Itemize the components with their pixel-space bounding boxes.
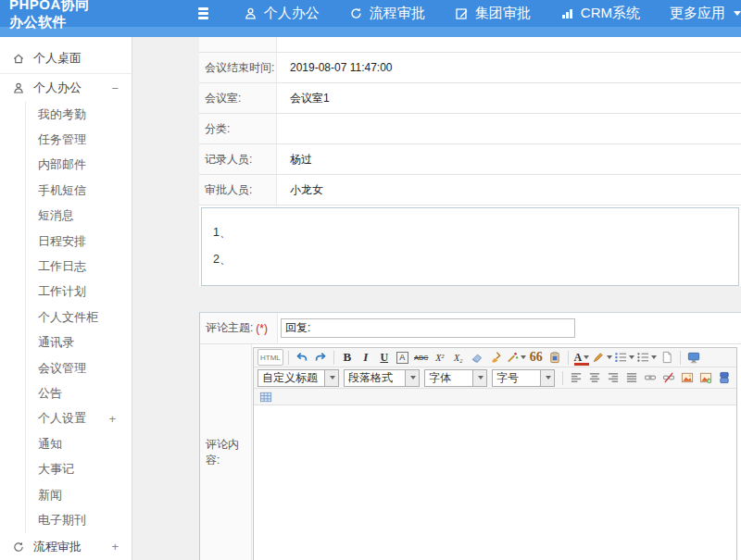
monitor-icon xyxy=(687,351,700,364)
autotypeset-button[interactable] xyxy=(506,349,526,366)
html-source-button[interactable]: HTML xyxy=(257,349,283,366)
bold-button[interactable]: B xyxy=(339,349,356,366)
insert-image-button[interactable] xyxy=(679,369,696,386)
dropdown-caret xyxy=(410,376,416,380)
toolbar-separator xyxy=(562,371,563,385)
sidebar-item-news[interactable]: 新闻 xyxy=(26,482,132,507)
cycle-icon xyxy=(12,541,25,554)
field-label: 会议结束时间: xyxy=(199,53,277,82)
upload-image-button[interactable] xyxy=(697,369,714,386)
sidebar-item-work-plan[interactable]: 工作计划 xyxy=(26,280,132,305)
section-divider xyxy=(199,286,741,312)
content-line: 1、 xyxy=(213,219,738,246)
sidebar-item-schedule[interactable]: 日程安排 xyxy=(26,229,132,254)
sidebar-item-personal-settings[interactable]: 个人设置+ xyxy=(26,406,132,431)
comment-content-row: 评论内容: HTML B I U A ABC X² xyxy=(200,344,741,560)
unlink-button[interactable] xyxy=(660,369,677,386)
unlink-icon xyxy=(662,371,675,384)
nav-crm-system[interactable]: CRM系统 xyxy=(560,5,640,22)
sidebar-item-file-cabinet[interactable]: 个人文件柜 xyxy=(26,305,132,330)
sidebar-item-notice[interactable]: 通知 xyxy=(26,431,132,456)
sidebar-item-tasks[interactable]: 任务管理 xyxy=(26,127,132,152)
sidebar-item-memorabilia[interactable]: 大事记 xyxy=(26,456,132,481)
nav-workflow-approval[interactable]: 流程审批 xyxy=(349,5,425,22)
subscript-button[interactable]: X₂ xyxy=(450,349,467,366)
toolbar-separator xyxy=(568,351,569,365)
justify-button[interactable] xyxy=(623,369,640,386)
editor-toolbar-row-2: 自定义标题 段落格式 字体 字号 xyxy=(254,367,736,389)
sidebar-item-personal-office[interactable]: 个人办公 − xyxy=(0,74,132,102)
undo-button[interactable] xyxy=(294,349,310,366)
nav-more-apps[interactable]: 更多应用 xyxy=(670,5,741,22)
redo-button[interactable] xyxy=(312,349,329,366)
brush-icon xyxy=(489,351,502,364)
sidebar-item-e-journal[interactable]: 电子期刊 xyxy=(26,507,132,532)
editor-content-area[interactable] xyxy=(254,405,736,560)
chevron-down-icon xyxy=(734,11,741,16)
collapse-toggle[interactable]: − xyxy=(111,81,119,95)
paragraph-format-select[interactable]: 段落格式 xyxy=(344,369,420,387)
sidebar-item-workflow-approval[interactable]: 流程审批 + xyxy=(0,533,132,560)
highlight-button[interactable] xyxy=(592,349,612,366)
comment-subject-input[interactable] xyxy=(281,318,575,338)
font-size-select[interactable]: 字号 xyxy=(492,369,555,387)
ordered-list-button[interactable] xyxy=(614,349,634,366)
nav-personal-office[interactable]: 个人办公 xyxy=(244,5,320,22)
align-left-button[interactable] xyxy=(568,369,584,386)
sidebar-item-attendance[interactable]: 我的考勤 xyxy=(26,102,132,127)
hamburger-menu-icon[interactable] xyxy=(198,6,208,22)
comment-section: 评论主题: (*) 评论内容: HTML B xyxy=(199,312,741,560)
link-button[interactable] xyxy=(642,369,659,386)
dropdown-caret xyxy=(546,376,551,380)
sidebar-item-desktop[interactable]: 个人桌面 xyxy=(0,44,132,74)
char-border-button[interactable]: A xyxy=(395,349,411,366)
new-page-button[interactable] xyxy=(659,349,675,366)
app-title: PHPOA协同办公软件 xyxy=(9,0,98,31)
field-label: 审批人员: xyxy=(199,175,277,205)
media-icon xyxy=(718,371,731,384)
table-icon xyxy=(259,391,272,404)
sidebar-item-announcement[interactable]: 公告 xyxy=(26,380,132,405)
marker-pen-icon xyxy=(592,351,605,364)
dropdown-caret xyxy=(521,355,526,359)
insert-table-button[interactable] xyxy=(257,389,274,405)
italic-button[interactable]: I xyxy=(358,349,374,366)
sidebar-item-sms[interactable]: 手机短信 xyxy=(26,178,132,203)
unordered-list-button[interactable] xyxy=(636,349,657,366)
field-value: 杨过 xyxy=(277,144,741,174)
expand-toggle[interactable]: + xyxy=(111,540,119,554)
blockquote-button[interactable]: 66 xyxy=(528,349,545,366)
expand-toggle[interactable]: + xyxy=(108,412,116,426)
required-mark: (*) xyxy=(256,322,268,335)
fullscreen-button[interactable] xyxy=(685,349,702,366)
dropdown-caret xyxy=(584,355,589,359)
align-center-button[interactable] xyxy=(586,369,603,386)
comment-content-label: 评论内容: xyxy=(200,344,252,560)
image-upload-icon xyxy=(699,371,712,384)
sidebar-item-contacts[interactable]: 通讯录 xyxy=(26,330,132,355)
custom-title-select[interactable]: 自定义标题 xyxy=(257,369,339,387)
nav-group-approval[interactable]: 集团审批 xyxy=(455,5,531,22)
sidebar-item-meeting-management[interactable]: 会议管理 xyxy=(26,355,132,380)
font-family-select[interactable]: 字体 xyxy=(424,369,487,387)
dropdown-caret xyxy=(607,355,612,359)
sidebar-item-work-log[interactable]: 工作日志 xyxy=(26,254,132,279)
image-icon xyxy=(681,371,694,384)
clipboard-icon xyxy=(548,351,561,364)
superscript-button[interactable]: X² xyxy=(432,349,448,366)
dropdown-caret xyxy=(629,355,634,359)
font-color-button[interactable]: A xyxy=(573,349,590,366)
field-value: 2019-08-07 11:47:00 xyxy=(277,53,741,82)
sidebar-item-internal-mail[interactable]: 内部邮件 xyxy=(26,153,132,178)
remove-format-button[interactable] xyxy=(469,349,485,366)
table-row: 会议室: 会议室1 xyxy=(199,83,741,114)
insert-media-button[interactable] xyxy=(716,369,733,386)
field-label: 会议室: xyxy=(199,83,277,113)
underline-button[interactable]: U xyxy=(376,349,393,366)
format-brush-button[interactable] xyxy=(487,349,504,366)
align-right-button[interactable] xyxy=(605,369,622,386)
paste-button[interactable] xyxy=(546,349,563,366)
strikethrough-button[interactable]: ABC xyxy=(413,349,430,366)
edit-icon xyxy=(455,6,469,20)
sidebar-item-short-message[interactable]: 短消息 xyxy=(26,204,132,229)
